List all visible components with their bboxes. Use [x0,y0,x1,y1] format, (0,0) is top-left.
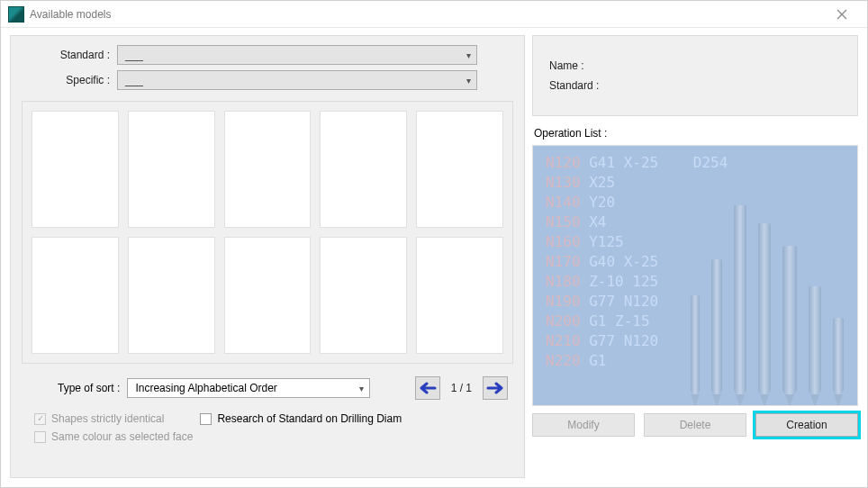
chevron-down-icon: ▾ [466,76,471,86]
modify-button: Modify [532,413,635,437]
thumbnail-grid [22,101,513,364]
model-thumbnail[interactable] [416,237,503,354]
right-pane: Name : Standard : Operation List : N120 … [532,35,858,478]
close-icon [836,9,847,20]
available-models-dialog: Available models Standard : ___ ▾ Specif… [0,0,868,488]
sort-combo[interactable]: Increasing Alphabetical Order ▾ [127,378,370,398]
model-thumbnail[interactable] [224,237,312,354]
research-drilling-checkbox[interactable] [200,413,212,425]
arrow-left-icon [419,382,437,394]
options-checkboxes: ✓ Shapes strictly identical Research of … [22,409,513,448]
chevron-down-icon: ▾ [359,384,364,393]
model-info-panel: Name : Standard : [532,35,858,116]
standard-label: Standard : [27,49,117,61]
arrow-right-icon [486,382,504,394]
same-colour-checkbox [34,431,46,443]
model-thumbnail[interactable] [320,237,407,354]
specific-label: Specific : [27,74,117,86]
app-icon [8,6,24,23]
drill-bits-illustration [677,171,857,405]
model-thumbnail[interactable] [320,111,407,228]
research-drilling-label: Research of Standard on Drilling Diam [217,412,402,425]
chevron-down-icon: ▾ [466,50,471,60]
page-readout: 1 / 1 [451,382,472,394]
shapes-identical-label: Shapes strictly identical [51,412,164,425]
next-page-button[interactable] [483,376,508,400]
standard-combo-value: ___ [125,49,143,61]
standard-combo[interactable]: ___ ▾ [117,45,477,65]
prev-page-button[interactable] [415,376,440,400]
sort-label: Type of sort : [58,382,120,394]
model-thumbnail[interactable] [32,111,119,228]
window-title: Available models [30,8,112,21]
delete-button: Delete [644,413,746,437]
specific-combo-value: ___ [125,74,143,86]
close-button[interactable] [824,1,860,28]
operation-list-label: Operation List : [534,127,858,140]
sort-combo-value: Increasing Alphabetical Order [135,382,276,394]
standard-info-label: Standard : [549,79,599,92]
operation-list-preview: N120 G41 X-25 D254 N130 X25 N140 Y20 N15… [532,145,858,406]
model-thumbnail[interactable] [128,237,215,354]
creation-button[interactable]: Creation [755,413,858,437]
model-thumbnail[interactable] [128,111,215,228]
model-thumbnail[interactable] [224,111,312,228]
shapes-identical-checkbox: ✓ [34,413,46,425]
specific-combo[interactable]: ___ ▾ [117,70,477,90]
model-thumbnail[interactable] [416,111,503,228]
titlebar: Available models [1,1,867,28]
left-pane: Standard : ___ ▾ Specific : ___ ▾ [10,35,525,478]
same-colour-label: Same colour as selected face [51,430,193,443]
name-label: Name : [549,59,584,72]
model-thumbnail[interactable] [32,237,119,354]
